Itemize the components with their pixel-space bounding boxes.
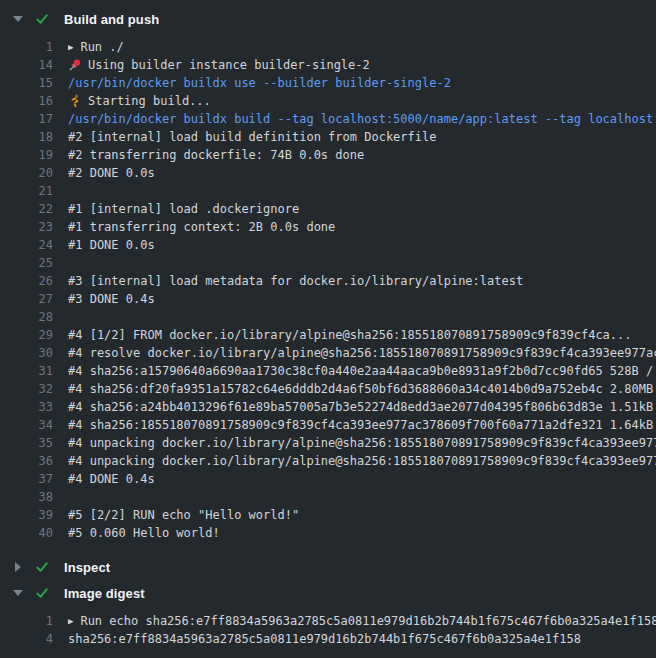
log-line: 30 #4 resolve docker.io/library/alpine@s… [0,344,656,362]
log-sections-container: Build and push 1 ▶Run ./ 14 Using builde… [0,6,656,656]
line-number[interactable]: 30 [0,344,53,362]
expand-run-icon[interactable]: ▶ [68,38,73,56]
line-number[interactable]: 31 [0,362,53,380]
log-line: 19 #2 transferring dockerfile: 74B 0.0s … [0,146,656,164]
success-check-icon [34,12,50,26]
log-section-image-digest: Image digest 1 ▶Run echo sha256:e7ff8834… [0,580,656,656]
log-line: 21 [0,182,656,200]
section-header[interactable]: Image digest [0,580,656,606]
chevron-down-icon[interactable] [10,590,26,596]
line-number[interactable]: 40 [0,524,53,542]
line-number[interactable]: 1 [0,612,53,630]
line-text: #4 sha256:a15790640a6690aa1730c38cf0a440… [68,362,656,380]
log-line: 38 [0,488,656,506]
line-text: Using builder instance builder-single-2 [88,56,370,74]
log-line: 16 Starting build... [0,92,656,110]
log-line: 1 ▶Run echo sha256:e7ff8834a5963a2785c5a… [0,612,656,630]
log-line: 34 #4 sha256:185518070891758909c9f839cf4… [0,416,656,434]
line-number[interactable]: 23 [0,218,53,236]
line-text: #1 [internal] load .dockerignore [68,200,299,218]
log-section-inspect: Inspect [0,554,656,580]
log-line: 26 #3 [internal] load metadata for docke… [0,272,656,290]
log-line: 18 #2 [internal] load build definition f… [0,128,656,146]
line-number[interactable]: 14 [0,56,53,74]
line-text: #4 sha256:df20fa9351a15782c64e6dddb2d4a6… [68,380,656,398]
line-number[interactable]: 34 [0,416,53,434]
line-number[interactable]: 26 [0,272,53,290]
line-text: #4 sha256:185518070891758909c9f839cf4ca3… [68,416,656,434]
line-number[interactable]: 24 [0,236,53,254]
section-body: 1 ▶Run ./ 14 Using builder instance buil… [0,32,656,554]
log-line: 33 #4 sha256:a24bb4013296f61e89ba57005a7… [0,398,656,416]
line-number[interactable]: 17 [0,110,53,128]
section-title: Inspect [64,560,110,575]
log-line: 14 Using builder instance builder-single… [0,56,656,74]
line-text: sha256:e7ff8834a5963a2785c5a0811e979d16b… [68,630,581,648]
line-number[interactable]: 27 [0,290,53,308]
line-text: Run ./ [80,38,123,56]
line-text: #4 sha256:a24bb4013296f61e89ba57005a7b3e… [68,398,656,416]
log-section-build-and-push: Build and push 1 ▶Run ./ 14 Using builde… [0,6,656,554]
log-line: 40 #5 0.060 Hello world! [0,524,656,542]
line-number[interactable]: 15 [0,74,53,92]
line-text: #4 [1/2] FROM docker.io/library/alpine@s… [68,326,632,344]
line-number[interactable]: 21 [0,182,53,200]
log-line: 17 /usr/bin/docker buildx build --tag lo… [0,110,656,128]
line-text: #2 DONE 0.0s [68,164,155,182]
log-line: 1 ▶Run ./ [0,38,656,56]
line-number[interactable]: 32 [0,380,53,398]
log-line: 29 #4 [1/2] FROM docker.io/library/alpin… [0,326,656,344]
log-line: 4 sha256:e7ff8834a5963a2785c5a0811e979d1… [0,630,656,648]
log-line: 22 #1 [internal] load .dockerignore [0,200,656,218]
section-header[interactable]: Inspect [0,554,656,580]
line-number[interactable]: 25 [0,254,53,272]
chevron-right-icon[interactable] [10,562,26,572]
log-line: 39 #5 [2/2] RUN echo "Hello world!" [0,506,656,524]
line-number[interactable]: 20 [0,164,53,182]
line-number[interactable]: 39 [0,506,53,524]
line-number[interactable]: 36 [0,452,53,470]
pushpin-icon [68,58,82,72]
log-line: 24 #1 DONE 0.0s [0,236,656,254]
success-check-icon [34,560,50,574]
line-text: #4 unpacking docker.io/library/alpine@sh… [68,434,656,452]
log-line: 20 #2 DONE 0.0s [0,164,656,182]
line-number[interactable]: 33 [0,398,53,416]
line-number[interactable]: 1 [0,38,53,56]
line-text: #5 [2/2] RUN echo "Hello world!" [68,506,299,524]
line-number[interactable]: 37 [0,470,53,488]
line-text: Starting build... [88,92,211,110]
line-text: #1 DONE 0.0s [68,236,155,254]
log-line: 32 #4 sha256:df20fa9351a15782c64e6dddb2d… [0,380,656,398]
section-title: Build and push [64,12,159,27]
section-body: 1 ▶Run echo sha256:e7ff8834a5963a2785c5a… [0,606,656,656]
chevron-down-icon[interactable] [10,16,26,22]
line-text: #3 DONE 0.4s [68,290,155,308]
log-line: 15 /usr/bin/docker buildx use --builder … [0,74,656,92]
line-number[interactable]: 19 [0,146,53,164]
line-number[interactable]: 16 [0,92,53,110]
line-number[interactable]: 38 [0,488,53,506]
line-number[interactable]: 29 [0,326,53,344]
line-text: #4 resolve docker.io/library/alpine@sha2… [68,344,656,362]
line-text: Run echo sha256:e7ff8834a5963a2785c5a081… [80,612,656,630]
log-line: 27 #3 DONE 0.4s [0,290,656,308]
log-line: 37 #4 DONE 0.4s [0,470,656,488]
log-line: 23 #1 transferring context: 2B 0.0s done [0,218,656,236]
expand-run-icon[interactable]: ▶ [68,612,73,630]
line-text: #4 unpacking docker.io/library/alpine@sh… [68,452,656,470]
log-line: 28 [0,308,656,326]
line-number[interactable]: 35 [0,434,53,452]
actions-log-viewer: { "glyphs": { "run_marker": "▶" }, "colo… [0,0,656,658]
line-text: #2 [internal] load build definition from… [68,128,436,146]
line-number[interactable]: 18 [0,128,53,146]
section-header[interactable]: Build and push [0,6,656,32]
line-text: /usr/bin/docker buildx build --tag local… [68,110,656,128]
line-number[interactable]: 22 [0,200,53,218]
line-number[interactable]: 4 [0,630,53,648]
line-number[interactable]: 28 [0,308,53,326]
log-line: 25 [0,254,656,272]
line-text: #5 0.060 Hello world! [68,524,220,542]
line-text: #3 [internal] load metadata for docker.i… [68,272,523,290]
success-check-icon [34,586,50,600]
